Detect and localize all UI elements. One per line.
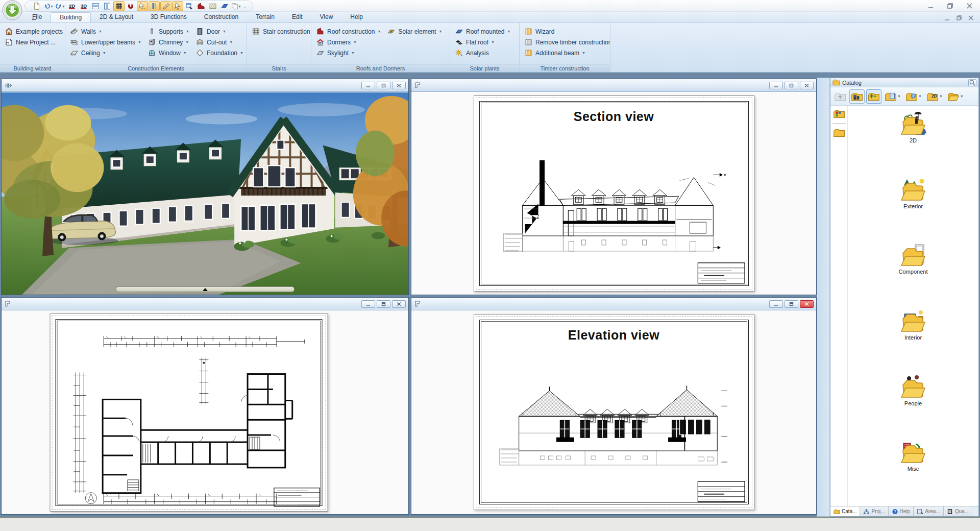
folder-open-icon[interactable]: ▼ (946, 89, 965, 104)
roof-tool-icon[interactable] (195, 1, 207, 11)
catalog-item-exterior[interactable]: Exterior (900, 178, 926, 244)
catalog-item-misc[interactable]: Misc (900, 440, 926, 506)
door-button[interactable]: Door▼ (194, 27, 245, 36)
qat-customize-icon[interactable]: ⌄ (242, 4, 248, 9)
folder-materials-icon[interactable] (833, 109, 845, 119)
flat-roof-button[interactable]: Flat roof▼ (453, 37, 512, 47)
example-projects-button[interactable]: Example projects ... (3, 27, 65, 36)
undo-icon[interactable]: ▼ (43, 1, 54, 11)
elevation-view-titlebar[interactable] (411, 298, 816, 310)
minimize-icon[interactable] (769, 300, 783, 308)
folder-2d-graphics-icon[interactable]: ▼ (883, 89, 902, 104)
minimize-icon[interactable] (769, 82, 783, 89)
tab-construction[interactable]: Construction (195, 12, 247, 22)
copy-icon[interactable]: ▼ (231, 1, 242, 11)
catalog-item-interior[interactable]: Interior (900, 309, 926, 375)
solar-element-button[interactable]: Solar element▼ (385, 27, 444, 36)
close-icon[interactable] (800, 300, 814, 308)
tab-edit[interactable]: Edit (283, 12, 311, 22)
select-plus-icon[interactable] (137, 1, 148, 11)
dormers-button[interactable]: Dormers▼ (314, 37, 382, 47)
split-horizontal-icon[interactable] (90, 1, 101, 11)
slab-icon[interactable] (219, 1, 230, 11)
folder-up-icon[interactable]: > (832, 89, 848, 104)
folder-objects-icon[interactable] (866, 89, 881, 104)
grid-icon[interactable] (113, 1, 125, 11)
catalog-tab-help[interactable]: ?Help (889, 506, 914, 516)
remove-timber-construction-button[interactable]: Remove timber construction (523, 37, 610, 47)
catalog-item-component[interactable]: Component (899, 243, 928, 309)
minimize-icon[interactable] (361, 300, 375, 308)
additional-beam-button[interactable]: Additional beam▼ (523, 48, 610, 58)
new-window-icon[interactable] (184, 1, 195, 11)
redo-icon[interactable]: ▼ (55, 1, 66, 11)
catalog-tab-qua[interactable]: Qua... (944, 506, 972, 516)
doc-close-icon[interactable] (968, 14, 974, 23)
folder-plain-icon[interactable] (833, 128, 845, 138)
wizard-button[interactable]: Wizard (523, 27, 610, 36)
doc-restore-icon[interactable] (957, 14, 962, 23)
ceiling-button[interactable]: Ceiling▼ (68, 48, 143, 58)
close-icon[interactable] (392, 82, 406, 89)
select-arrow-icon[interactable] (172, 1, 183, 11)
parallel-lines-icon[interactable] (149, 1, 160, 11)
restore-icon[interactable] (944, 2, 955, 10)
new-document-icon[interactable] (31, 1, 42, 11)
2d-view-icon[interactable]: 2D (66, 1, 78, 11)
restore-icon[interactable] (377, 300, 390, 308)
view-rotate-slider[interactable] (116, 286, 295, 292)
folder-2d-icon[interactable]: 2D▼ (925, 89, 944, 104)
section-view-titlebar[interactable] (411, 79, 816, 92)
folder-buildings-icon[interactable] (849, 89, 865, 104)
tab-3d-functions[interactable]: 3D Functions (142, 12, 195, 22)
tab-view[interactable]: View (311, 12, 342, 22)
catalog-tab-cata[interactable]: Cata... (830, 506, 860, 516)
folder-internet-icon[interactable]: ▼ (904, 89, 923, 104)
application-menu-button[interactable] (2, 0, 22, 20)
split-vertical-icon[interactable] (102, 1, 113, 11)
plan-sheet-area[interactable] (2, 311, 408, 514)
catalog-tab-area[interactable]: Area... (914, 506, 943, 516)
close-icon[interactable] (800, 82, 814, 89)
viewport-3d-titlebar[interactable] (2, 79, 408, 92)
minimize-icon[interactable] (361, 82, 375, 89)
render-3d-view[interactable] (2, 92, 408, 295)
skylight-button[interactable]: Skylight▼ (314, 48, 382, 58)
analysis-button[interactable]: Analysis (453, 48, 512, 58)
cut-out-button[interactable]: Cut-out▼ (194, 37, 245, 47)
tab-building[interactable]: Building (51, 12, 91, 22)
roof-construction-button[interactable]: Roof construction▼ (314, 27, 382, 36)
tab-help[interactable]: Help (341, 12, 372, 22)
lower-upper-beams-button[interactable]: Lower/upper beams▼ (68, 37, 143, 47)
chimney-button[interactable]: Chimney▼ (146, 37, 191, 47)
catalog-item-people[interactable]: People (900, 375, 926, 441)
tab-terrain[interactable]: Terrain (247, 12, 283, 22)
section-sheet-area[interactable]: Section view (411, 92, 816, 295)
close-icon[interactable] (964, 2, 975, 10)
close-icon[interactable] (392, 300, 406, 308)
restore-icon[interactable] (785, 82, 798, 89)
new-project-button[interactable]: New Project ... (3, 37, 65, 47)
elevation-sheet-area[interactable]: Elevation view (411, 311, 816, 514)
window-button[interactable]: Window▼ (146, 48, 191, 58)
3d-view-icon[interactable]: 3D (78, 1, 89, 11)
tab-2d-layout[interactable]: 2D & Layout (91, 12, 142, 22)
foundation-button[interactable]: Foundation▼ (194, 48, 245, 58)
panel-splitter[interactable] (817, 78, 830, 517)
snap-icon[interactable] (125, 1, 136, 11)
tab-file[interactable]: File (23, 12, 51, 22)
magnifier-icon[interactable] (968, 79, 976, 86)
floor-plan-titlebar[interactable] (2, 298, 408, 310)
measure-icon[interactable] (160, 1, 172, 11)
restore-icon[interactable] (785, 300, 798, 308)
roof-mounted-button[interactable]: Roof mounted▼ (453, 27, 512, 36)
stair-construction-button[interactable]: Stair construction▼ (250, 27, 311, 36)
doc-minimize-icon[interactable] (945, 14, 950, 23)
catalog-tab-proj[interactable]: Proj... (860, 506, 888, 516)
restore-icon[interactable] (377, 82, 390, 89)
minimize-icon[interactable] (925, 2, 936, 10)
hatch-icon[interactable] (207, 1, 218, 11)
catalog-item-2d[interactable]: 2D (900, 112, 926, 178)
walls-button[interactable]: Walls▼ (68, 27, 143, 36)
supports-button[interactable]: Supports▼ (146, 27, 191, 36)
